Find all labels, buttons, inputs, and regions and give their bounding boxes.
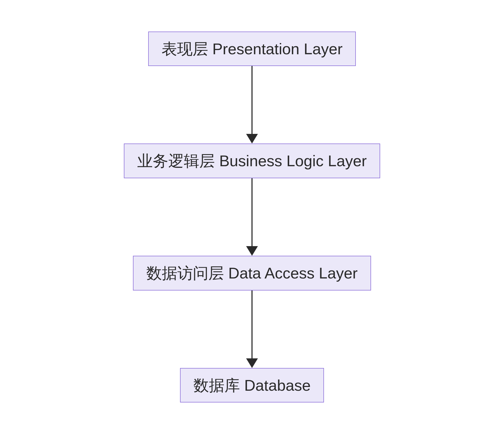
node-presentation-layer: 表现层 Presentation Layer <box>148 32 356 66</box>
node-label: 表现层 Presentation Layer <box>162 40 343 57</box>
node-label: 数据库 Database <box>193 377 311 394</box>
node-label: 数据访问层 Data Access Layer <box>146 264 358 282</box>
arrow-down-icon <box>246 290 258 368</box>
node-database: 数据库 Database <box>180 368 324 403</box>
node-data-access-layer: 数据访问层 Data Access Layer <box>133 256 371 290</box>
layered-architecture-diagram: 表现层 Presentation Layer 业务逻辑层 Business Lo… <box>124 21 380 413</box>
arrow-down-icon <box>246 66 258 144</box>
arrow-down-icon <box>246 178 258 256</box>
node-business-logic-layer: 业务逻辑层 Business Logic Layer <box>124 144 380 178</box>
node-label: 业务逻辑层 Business Logic Layer <box>137 152 366 169</box>
